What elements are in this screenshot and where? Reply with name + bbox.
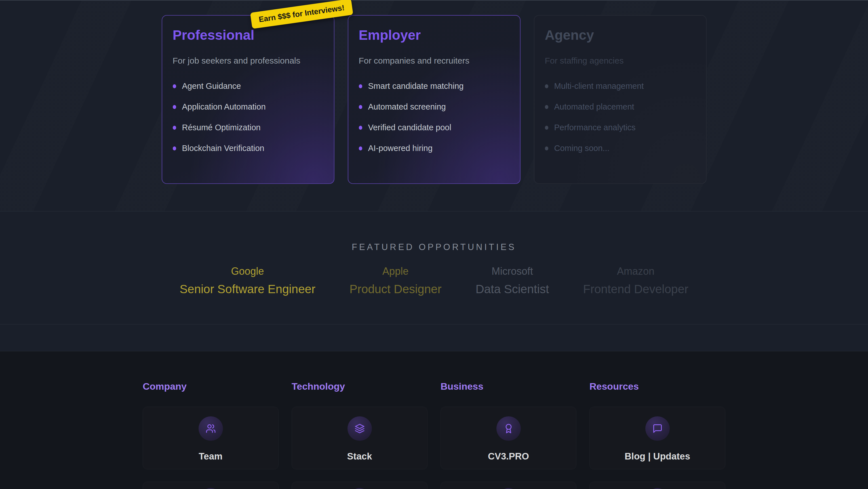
layers-icon xyxy=(347,416,372,441)
bullet-dot-icon xyxy=(545,146,548,150)
feature-label: Agent Guidance xyxy=(182,82,241,91)
bullet-dot-icon xyxy=(545,126,548,130)
footer-column-technology: Technology Stack xyxy=(291,381,428,489)
footer-card-team[interactable]: Team xyxy=(143,407,279,469)
footer-card-label: Blog | Updates xyxy=(625,451,690,462)
feature-label: Performance analytics xyxy=(554,123,636,132)
bullet-dot-icon xyxy=(359,146,362,150)
plan-feature: Résumé Optimization xyxy=(173,123,323,132)
feature-label: Coming soon... xyxy=(554,144,610,153)
feature-label: AI-powered hiring xyxy=(368,144,433,153)
plans-section: Earn $$$ for Interviews! Professional Fo… xyxy=(0,0,868,211)
footer-card-label: CV3.PRO xyxy=(488,451,529,462)
speech-bubble-icon xyxy=(645,416,670,441)
footer-column-business: Business CV3.PRO xyxy=(440,381,577,489)
job-role: Data Scientist xyxy=(475,282,549,296)
featured-job-apple[interactable]: Apple Product Designer xyxy=(349,265,442,296)
footer-grid: Company Team Technology xyxy=(143,381,725,489)
job-company: Google xyxy=(180,265,315,277)
plan-feature: AI-powered hiring xyxy=(359,144,509,153)
footer-column-resources: Resources Blog | Updates xyxy=(589,381,725,489)
plan-description: For companies and recruiters xyxy=(359,56,509,65)
feature-label: Multi-client management xyxy=(554,82,644,91)
bullet-dot-icon xyxy=(359,105,362,109)
bullet-dot-icon xyxy=(173,146,176,150)
job-role: Senior Software Engineer xyxy=(180,282,315,296)
plan-description: For job seekers and professionals xyxy=(173,56,323,65)
bullet-dot-icon xyxy=(173,105,176,109)
plan-feature: Blockchain Verification xyxy=(173,144,323,153)
footer-card-stack[interactable]: Stack xyxy=(291,407,428,469)
plan-feature: Multi-client management xyxy=(545,82,695,91)
featured-job-microsoft[interactable]: Microsoft Data Scientist xyxy=(475,265,549,296)
footer-card-cv3pro[interactable]: CV3.PRO xyxy=(440,407,577,469)
job-company: Apple xyxy=(349,265,442,277)
plan-feature: Verified candidate pool xyxy=(359,123,509,132)
footer-card-partial[interactable] xyxy=(440,482,577,489)
plan-feature: Agent Guidance xyxy=(173,82,323,91)
plan-title: Agency xyxy=(545,27,695,43)
footer-card-label: Team xyxy=(199,451,223,462)
bullet-dot-icon xyxy=(545,105,548,109)
featured-jobs-carousel: Google Senior Software Engineer Apple Pr… xyxy=(0,265,868,296)
footer-column-heading: Company xyxy=(143,381,279,392)
feature-label: Verified candidate pool xyxy=(368,123,451,132)
feature-label: Résumé Optimization xyxy=(182,123,261,132)
footer-column-heading: Resources xyxy=(589,381,725,392)
featured-opportunities-section: FEATURED OPPORTUNITIES Google Senior Sof… xyxy=(0,211,868,324)
job-company: Amazon xyxy=(583,265,688,277)
bullet-dot-icon xyxy=(173,84,176,88)
feature-label: Automated placement xyxy=(554,102,634,112)
plan-feature: Automated placement xyxy=(545,102,695,112)
users-icon xyxy=(198,416,223,441)
plan-description: For staffing agencies xyxy=(545,56,695,65)
award-icon xyxy=(496,416,521,441)
footer-card-blog[interactable]: Blog | Updates xyxy=(589,407,725,469)
footer-card-partial[interactable] xyxy=(143,482,279,489)
plan-feature: Application Automation xyxy=(173,102,323,112)
featured-job-amazon[interactable]: Amazon Frontend Developer xyxy=(583,265,688,296)
featured-job-google[interactable]: Google Senior Software Engineer xyxy=(180,265,315,296)
footer-column-heading: Business xyxy=(440,381,577,392)
plan-feature: Performance analytics xyxy=(545,123,695,132)
bullet-dot-icon xyxy=(173,126,176,130)
job-role: Frontend Developer xyxy=(583,282,688,296)
plan-card-employer[interactable]: Employer For companies and recruiters Sm… xyxy=(348,15,521,184)
plan-card-professional[interactable]: Professional For job seekers and profess… xyxy=(162,15,335,184)
plan-feature: Coming soon... xyxy=(545,144,695,153)
footer-column-company: Company Team xyxy=(143,381,279,489)
featured-section-title: FEATURED OPPORTUNITIES xyxy=(0,211,868,252)
footer-card-label: Stack xyxy=(347,451,372,462)
plan-title: Professional xyxy=(173,27,323,43)
site-footer: Company Team Technology xyxy=(0,351,868,489)
footer-column-heading: Technology xyxy=(291,381,428,392)
bullet-dot-icon xyxy=(359,126,362,130)
job-role: Product Designer xyxy=(349,282,442,296)
plan-feature: Automated screening xyxy=(359,102,509,112)
feature-label: Blockchain Verification xyxy=(182,144,265,153)
plan-card-agency: Agency For staffing agencies Multi-clien… xyxy=(534,15,707,184)
footer-card-partial[interactable] xyxy=(589,482,725,489)
feature-label: Smart candidate matching xyxy=(368,82,464,91)
bullet-dot-icon xyxy=(545,84,548,88)
job-company: Microsoft xyxy=(475,265,549,277)
spacer-band xyxy=(0,324,868,351)
bullet-dot-icon xyxy=(359,84,362,88)
plan-cards-row: Professional For job seekers and profess… xyxy=(0,1,868,184)
footer-card-partial[interactable] xyxy=(291,482,428,489)
feature-label: Automated screening xyxy=(368,102,446,112)
plan-title: Employer xyxy=(359,27,509,43)
feature-label: Application Automation xyxy=(182,102,266,112)
plan-feature: Smart candidate matching xyxy=(359,82,509,91)
